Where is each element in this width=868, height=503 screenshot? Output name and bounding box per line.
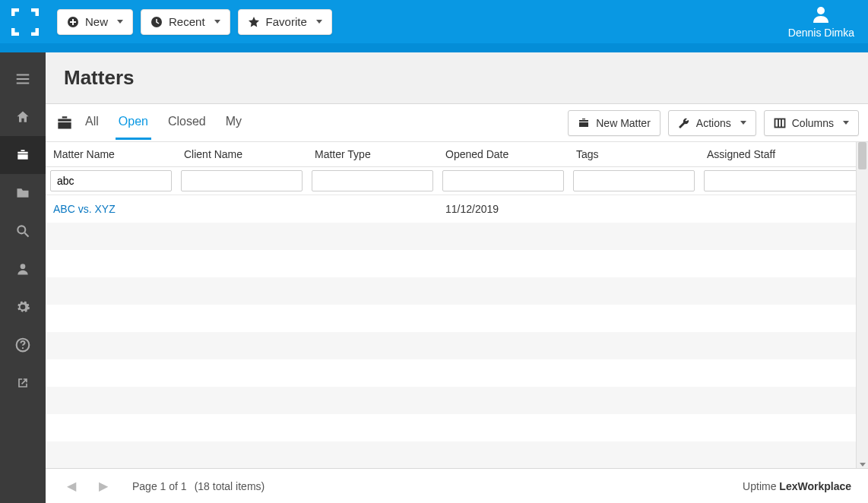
filter-matter-name[interactable] <box>50 170 172 191</box>
col-assigned-staff[interactable]: Assigned Staff <box>699 142 868 167</box>
brand-label: Uptime LexWorkplace <box>743 480 851 492</box>
sidebar-home[interactable] <box>0 98 46 136</box>
sidebar-matters[interactable] <box>0 136 46 174</box>
plus-circle-icon <box>67 16 79 28</box>
next-page-button[interactable]: ▶ <box>94 479 112 493</box>
table-row <box>46 277 868 305</box>
filter-assigned-staff[interactable] <box>704 170 863 191</box>
sidebar-settings[interactable] <box>0 288 46 326</box>
sidebar-files[interactable] <box>0 174 46 212</box>
caret-down-icon <box>843 121 849 125</box>
columns-label: Columns <box>792 117 834 129</box>
table-row <box>46 223 868 250</box>
sidebar-external-link[interactable] <box>0 364 46 402</box>
caret-down-icon <box>316 20 322 24</box>
page-title: Matters <box>64 66 850 90</box>
cell-matter-type <box>307 195 438 223</box>
filter-matter-type[interactable] <box>312 170 433 191</box>
new-matter-button[interactable]: New Matter <box>568 110 661 136</box>
svg-point-3 <box>17 226 25 233</box>
scroll-thumb[interactable] <box>858 142 866 169</box>
tab-closed[interactable]: Closed <box>165 106 209 140</box>
user-menu[interactable]: Dennis Dimka <box>788 5 860 39</box>
clock-icon <box>150 16 163 28</box>
table-row <box>46 332 868 359</box>
wrench-icon <box>678 117 690 129</box>
table-row <box>46 250 868 277</box>
topbar: New Recent Favorite <box>0 0 868 43</box>
scroll-down-icon <box>860 463 866 467</box>
tab-open[interactable]: Open <box>116 106 151 140</box>
filter-client-name[interactable] <box>181 170 303 191</box>
sidebar-search[interactable] <box>0 212 46 250</box>
table-row <box>46 414 868 441</box>
col-client-name[interactable]: Client Name <box>176 142 307 167</box>
main-content: Matters All Open Closed My <box>46 52 868 503</box>
favorite-button[interactable]: Favorite <box>238 9 332 35</box>
page-info: Page 1 of 1 <box>132 480 187 492</box>
actions-label: Actions <box>696 117 731 129</box>
user-name: Dennis Dimka <box>788 27 854 39</box>
col-matter-name[interactable]: Matter Name <box>46 142 176 167</box>
svg-rect-7 <box>775 119 784 127</box>
subheader: All Open Closed My New Matter <box>46 104 868 142</box>
star-icon <box>248 16 260 28</box>
user-icon <box>812 5 830 25</box>
favorite-button-label: Favorite <box>266 15 307 28</box>
sidebar-users[interactable] <box>0 250 46 288</box>
sidebar <box>0 52 46 503</box>
table-container: Matter Name Client Name Matter Type Open… <box>46 142 868 468</box>
sidebar-help[interactable] <box>0 326 46 364</box>
brand-prefix: Uptime <box>743 480 779 492</box>
svg-point-6 <box>22 347 24 349</box>
svg-point-2 <box>817 7 825 14</box>
tab-all[interactable]: All <box>82 106 102 140</box>
footer: ◀ ▶ Page 1 of 1 (18 total items) Uptime … <box>46 468 868 503</box>
recent-button[interactable]: Recent <box>141 9 230 35</box>
table-row <box>46 305 868 332</box>
briefcase-icon <box>55 113 74 133</box>
cell-assigned-staff <box>699 195 868 223</box>
cell-opened-date: 11/12/2019 <box>438 195 569 223</box>
matters-table: Matter Name Client Name Matter Type Open… <box>46 142 868 468</box>
caret-down-icon <box>740 121 746 125</box>
brand-name: LexWorkplace <box>779 480 851 492</box>
tab-my[interactable]: My <box>223 106 245 140</box>
cell-tags <box>569 195 699 223</box>
table-row <box>46 387 868 414</box>
table-row <box>46 441 868 469</box>
new-button-label: New <box>85 15 108 28</box>
col-opened-date[interactable]: Opened Date <box>438 142 569 167</box>
filter-tags[interactable] <box>573 170 695 191</box>
columns-button[interactable]: Columns <box>764 110 859 136</box>
page-header: Matters <box>46 52 868 104</box>
col-tags[interactable]: Tags <box>569 142 699 167</box>
vertical-scrollbar[interactable] <box>856 142 868 468</box>
new-button[interactable]: New <box>57 9 133 35</box>
prev-page-button[interactable]: ◀ <box>62 479 81 493</box>
app-logo[interactable] <box>8 5 42 39</box>
table-row[interactable]: ABC vs. XYZ 11/12/2019 <box>46 195 868 223</box>
briefcase-icon <box>578 117 590 129</box>
total-items: (18 total items) <box>195 480 265 492</box>
col-matter-type[interactable]: Matter Type <box>307 142 438 167</box>
matter-link[interactable]: ABC vs. XYZ <box>53 203 116 215</box>
columns-icon <box>774 117 786 129</box>
svg-point-4 <box>21 264 26 269</box>
caret-down-icon <box>214 20 220 24</box>
actions-button[interactable]: Actions <box>668 110 756 136</box>
new-matter-label: New Matter <box>596 117 651 129</box>
caret-down-icon <box>117 20 123 24</box>
filter-opened-date[interactable] <box>442 170 564 191</box>
accent-strip <box>0 43 868 52</box>
table-header-row: Matter Name Client Name Matter Type Open… <box>46 142 868 167</box>
tabs: All Open Closed My <box>82 106 245 140</box>
recent-button-label: Recent <box>169 15 205 28</box>
filter-row <box>46 167 868 195</box>
cell-client-name <box>176 195 307 223</box>
sidebar-menu-toggle[interactable] <box>0 60 46 98</box>
table-row <box>46 359 868 387</box>
